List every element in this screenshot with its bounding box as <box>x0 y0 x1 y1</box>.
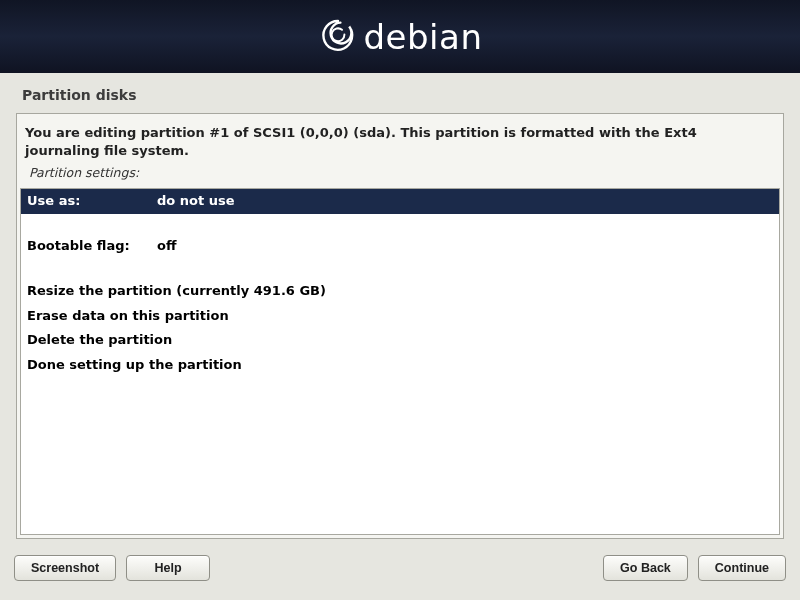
button-bar: Screenshot Help Go Back Continue <box>0 555 800 581</box>
screenshot-button[interactable]: Screenshot <box>14 555 116 581</box>
bootable-key: Bootable flag: <box>27 237 157 256</box>
resize-label: Resize the partition (currently 491.6 GB… <box>27 282 326 301</box>
use-as-value: do not use <box>157 192 235 211</box>
main-panel: You are editing partition #1 of SCSI1 (0… <box>16 113 784 539</box>
debian-swirl-icon <box>318 17 358 57</box>
brand-text: debian <box>364 17 483 57</box>
row-use-as[interactable]: Use as: do not use <box>21 189 779 214</box>
erase-label: Erase data on this partition <box>27 307 229 326</box>
settings-listbox: Use as: do not use Bootable flag: off Re… <box>20 188 780 535</box>
instruction-text: You are editing partition #1 of SCSI1 (0… <box>17 114 783 165</box>
partition-settings-label: Partition settings: <box>17 165 783 188</box>
continue-button[interactable]: Continue <box>698 555 786 581</box>
delete-label: Delete the partition <box>27 331 172 350</box>
row-blank <box>21 214 779 234</box>
row-resize-partition[interactable]: Resize the partition (currently 491.6 GB… <box>21 279 779 304</box>
row-done-setting-up[interactable]: Done setting up the partition <box>21 353 779 378</box>
row-erase-data[interactable]: Erase data on this partition <box>21 304 779 329</box>
help-button[interactable]: Help <box>126 555 210 581</box>
debian-logo: debian <box>318 17 483 57</box>
row-bootable-flag[interactable]: Bootable flag: off <box>21 234 779 259</box>
go-back-button[interactable]: Go Back <box>603 555 688 581</box>
installer-header: debian <box>0 0 800 73</box>
use-as-key: Use as: <box>27 192 157 211</box>
bootable-value: off <box>157 237 176 256</box>
row-blank <box>21 259 779 279</box>
done-label: Done setting up the partition <box>27 356 242 375</box>
page-title: Partition disks <box>0 73 800 113</box>
row-delete-partition[interactable]: Delete the partition <box>21 328 779 353</box>
